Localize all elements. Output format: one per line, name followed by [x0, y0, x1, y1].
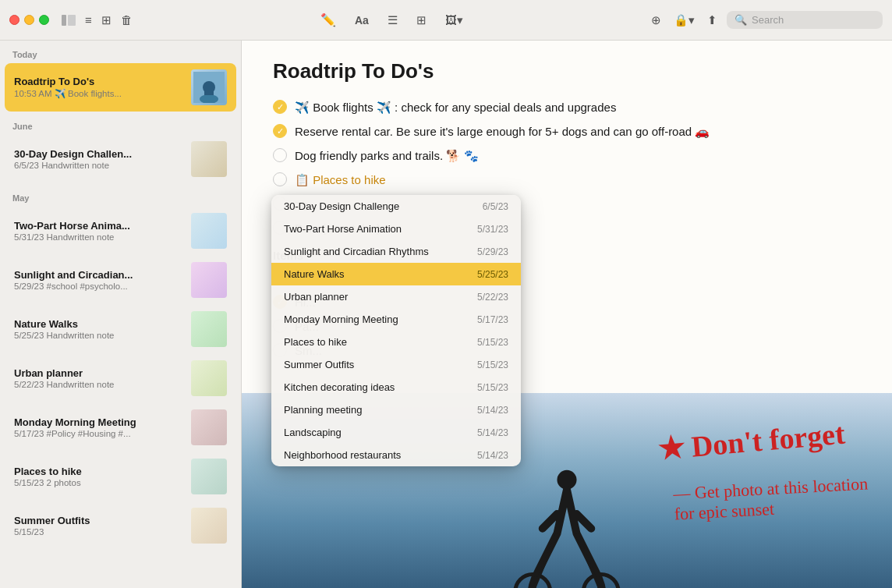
cyclist-silhouette: [497, 455, 637, 588]
note-item-sunlight[interactable]: Sunlight and Circadian... 5/29/23 #schoo…: [5, 256, 236, 304]
checklist-button[interactable]: ☰: [384, 10, 401, 30]
dropdown-item-3[interactable]: Nature Walks 5/25/23: [271, 263, 521, 285]
places-to-hike-link[interactable]: Places to hike: [313, 173, 385, 186]
dropdown-date-0: 6/5/23: [483, 201, 508, 212]
todo-checkbox-2[interactable]: [273, 148, 287, 162]
note-item-roadtrip[interactable]: Roadtrip To Do's 10:53 AM ✈️ Book flight…: [5, 63, 236, 112]
dropdown-date-5: 5/17/23: [477, 314, 508, 325]
note-item-urban[interactable]: Urban planner 5/22/23 Handwritten note: [5, 354, 236, 402]
dropdown-item-11[interactable]: Neighborhood restaurants 5/14/23: [271, 444, 521, 466]
traffic-lights: [9, 15, 49, 25]
note-meta-summer: 5/15/23: [14, 527, 185, 537]
dropdown-item-9[interactable]: Planning meeting 5/14/23: [271, 398, 521, 421]
note-item-summer[interactable]: Summer Outfits 5/15/23: [5, 501, 236, 550]
dropdown-item-1[interactable]: Two-Part Horse Animation 5/31/23: [271, 218, 521, 240]
maximize-button[interactable]: [39, 15, 49, 25]
search-bar[interactable]: 🔍: [727, 11, 883, 29]
dropdown-date-3: 5/25/23: [477, 269, 508, 280]
dropdown-item-5[interactable]: Monday Morning Meeting 5/17/23: [271, 308, 521, 331]
note-thumb-summer: [191, 508, 227, 544]
delete-button[interactable]: 🗑: [118, 10, 136, 30]
note-meta-horse: 5/31/23 Handwritten note: [14, 232, 185, 242]
note-thumb-design: [191, 141, 227, 177]
collaborate-button[interactable]: ⊕: [648, 10, 664, 30]
dropdown-item-7[interactable]: Summer Outfits 5/15/23: [271, 353, 521, 376]
dropdown-title-10: Landscaping: [284, 427, 342, 438]
section-june: June: [0, 112, 241, 134]
note-meta-nature: 5/25/23 Handwritten note: [14, 331, 185, 340]
note-item-horse[interactable]: Two-Part Horse Anima... 5/31/23 Handwrit…: [5, 207, 236, 255]
close-button[interactable]: [9, 15, 19, 25]
section-today: Today: [0, 41, 241, 62]
todo-item-1: ✓ Reserve rental car. Be sure it's large…: [273, 123, 861, 140]
dropdown-title-8: Kitchen decorating ideas: [284, 381, 395, 393]
todo-item-2: Dog friendly parks and trails. 🐕 🐾: [273, 147, 861, 164]
share-button[interactable]: ⬆: [704, 10, 720, 30]
note-title-sunlight: Sunlight and Circadian...: [14, 269, 185, 281]
note-meta-design: 6/5/23 Handwritten note: [14, 161, 185, 170]
sidebar-toggle-button[interactable]: [58, 12, 79, 29]
note-title-monday: Monday Morning Meeting: [14, 416, 185, 428]
dropdown-item-4[interactable]: Urban planner 5/22/23: [271, 285, 521, 308]
grid-view-button[interactable]: ⊞: [98, 10, 115, 30]
dropdown-item-0[interactable]: 30-Day Design Challenge 6/5/23: [271, 195, 521, 218]
todo-text-1: Reserve rental car. Be sure it's large e…: [295, 123, 710, 140]
content-area: Roadtrip To Do's ✓ ✈️ Book flights ✈️ : …: [242, 41, 892, 588]
todo-text-2: Dog friendly parks and trails. 🐕 🐾: [295, 147, 479, 164]
svg-rect-1: [68, 15, 76, 26]
titlebar-center: ✏️ Aa ☰ ⊞ 🖼▾: [142, 9, 642, 30]
dropdown-item-6[interactable]: Places to hike 5/15/23: [271, 331, 521, 353]
note-thumb-monday: [191, 409, 227, 445]
dropdown-title-4: Urban planner: [284, 291, 348, 303]
note-item-places[interactable]: Places to hike 5/15/23 2 photos: [5, 452, 236, 501]
note-thumb-sunlight: [191, 262, 227, 298]
note-title-roadtrip: Roadtrip To Do's: [14, 76, 185, 87]
todo-checkbox-0[interactable]: ✓: [273, 100, 287, 114]
main-area: Today Roadtrip To Do's 10:53 AM ✈️ Book …: [0, 41, 892, 588]
todo-checkbox-3[interactable]: [273, 172, 287, 186]
autocomplete-dropdown[interactable]: 30-Day Design Challenge 6/5/23 Two-Part …: [271, 195, 521, 466]
minimize-button[interactable]: [24, 15, 34, 25]
font-button[interactable]: Aa: [352, 11, 372, 30]
note-meta-roadtrip: 10:53 AM ✈️ Book flights...: [14, 88, 185, 99]
titlebar-left: ≡ ⊞ 🗑: [9, 10, 136, 30]
media-button[interactable]: 🖼▾: [442, 10, 466, 30]
dropdown-date-2: 5/29/23: [477, 246, 508, 257]
lock-button[interactable]: 🔒▾: [671, 10, 698, 30]
todo-text-0: ✈️ Book flights ✈️ : check for any speci…: [295, 99, 616, 115]
image-subtitle: — Get photo at this location for epic su…: [673, 473, 869, 524]
note-thumb-roadtrip: [191, 69, 227, 105]
dropdown-date-11: 5/14/23: [477, 450, 508, 461]
dropdown-date-9: 5/14/23: [477, 405, 508, 416]
note-item-nature[interactable]: Nature Walks 5/25/23 Handwritten note: [5, 305, 236, 353]
dropdown-title-1: Two-Part Horse Animation: [284, 223, 402, 235]
dont-forget-text: ★ Don't forget: [657, 416, 847, 467]
dropdown-date-8: 5/15/23: [477, 382, 508, 393]
note-meta-places: 5/15/23 2 photos: [14, 478, 185, 487]
dropdown-item-10[interactable]: Landscaping 5/14/23: [271, 421, 521, 444]
dropdown-title-11: Neighborhood restaurants: [284, 449, 401, 461]
todo-checkbox-1[interactable]: ✓: [273, 124, 287, 138]
list-view-button[interactable]: ≡: [82, 10, 95, 30]
dropdown-item-2[interactable]: Sunlight and Circadian Rhythms 5/29/23: [271, 240, 521, 263]
dropdown-date-10: 5/14/23: [477, 427, 508, 438]
new-note-button[interactable]: ✏️: [317, 9, 339, 30]
svg-rect-0: [62, 15, 66, 26]
dropdown-item-8[interactable]: Kitchen decorating ideas 5/15/23: [271, 376, 521, 398]
note-item-design[interactable]: 30-Day Design Challen... 6/5/23 Handwrit…: [5, 135, 236, 183]
note-title-urban: Urban planner: [14, 367, 185, 379]
dropdown-title-5: Monday Morning Meeting: [284, 313, 398, 325]
search-input[interactable]: [752, 14, 869, 26]
note-title-design: 30-Day Design Challen...: [14, 148, 185, 160]
dropdown-title-0: 30-Day Design Challenge: [284, 200, 399, 212]
note-title-horse: Two-Part Horse Anima...: [14, 220, 185, 232]
note-item-monday[interactable]: Monday Morning Meeting 5/17/23 #Policy #…: [5, 403, 236, 452]
titlebar-right: ⊕ 🔒▾ ⬆ 🔍: [648, 10, 883, 30]
table-button[interactable]: ⊞: [413, 10, 430, 30]
note-thumb-nature: [191, 311, 227, 347]
todo-item-0: ✓ ✈️ Book flights ✈️ : check for any spe…: [273, 99, 861, 115]
dropdown-date-4: 5/22/23: [477, 292, 508, 303]
todo-item-3: 📋 Places to hike: [273, 172, 861, 188]
sidebar: Today Roadtrip To Do's 10:53 AM ✈️ Book …: [0, 41, 242, 588]
editor-title: Roadtrip To Do's: [273, 59, 861, 83]
